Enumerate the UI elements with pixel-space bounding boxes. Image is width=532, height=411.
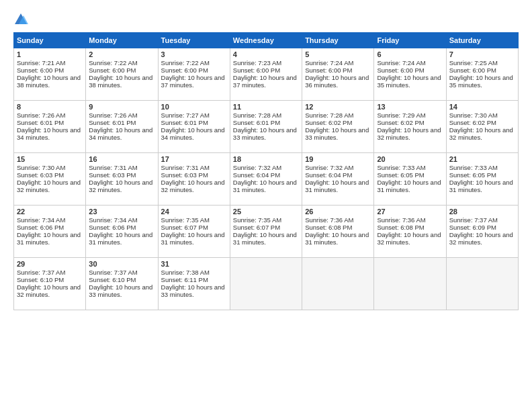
sunrise: Sunrise: 7:21 AM <box>17 59 65 66</box>
sunrise: Sunrise: 7:36 AM <box>377 216 425 224</box>
calendar-cell: 4 Sunrise: 7:23 AM Sunset: 6:00 PM Dayli… <box>230 48 302 101</box>
day-number: 7 <box>449 50 515 58</box>
sunset: Sunset: 6:10 PM <box>17 276 64 283</box>
calendar-cell: 10 Sunrise: 7:27 AM Sunset: 6:01 PM Dayl… <box>158 101 230 153</box>
sunset: Sunset: 6:04 PM <box>305 171 352 179</box>
sunrise: Sunrise: 7:27 AM <box>161 111 210 119</box>
daylight: Daylight: 10 hours and 32 minutes. <box>377 231 441 246</box>
day-number: 31 <box>161 260 227 268</box>
calendar-cell: 1 Sunrise: 7:21 AM Sunset: 6:00 PM Dayli… <box>14 48 86 101</box>
daylight: Daylight: 10 hours and 32 minutes. <box>377 126 441 141</box>
day-number: 21 <box>449 155 515 163</box>
day-number: 27 <box>377 208 443 216</box>
sunset: Sunset: 6:02 PM <box>377 119 424 126</box>
daylight: Daylight: 10 hours and 37 minutes. <box>161 74 225 89</box>
sunset: Sunset: 6:06 PM <box>17 224 64 231</box>
calendar-cell <box>374 258 446 310</box>
sunrise: Sunrise: 7:32 AM <box>233 164 281 171</box>
sunset: Sunset: 6:07 PM <box>161 224 208 231</box>
day-number: 16 <box>89 155 154 163</box>
sunrise: Sunrise: 7:36 AM <box>305 216 353 224</box>
calendar-table: Sunday Monday Tuesday Wednesday Thursday… <box>13 32 519 310</box>
day-number: 4 <box>233 50 299 58</box>
day-number: 14 <box>449 103 515 111</box>
sunrise: Sunrise: 7:35 AM <box>161 216 210 224</box>
sunset: Sunset: 6:02 PM <box>449 119 496 126</box>
calendar-cell: 5 Sunrise: 7:24 AM Sunset: 6:00 PM Dayli… <box>302 48 374 101</box>
col-friday: Friday <box>374 33 446 48</box>
daylight: Daylight: 10 hours and 31 minutes. <box>17 231 81 246</box>
daylight: Daylight: 10 hours and 31 minutes. <box>449 179 513 193</box>
day-number: 8 <box>17 103 83 111</box>
day-number: 15 <box>17 155 83 163</box>
sunset: Sunset: 6:01 PM <box>89 119 136 126</box>
sunrise: Sunrise: 7:35 AM <box>233 216 281 224</box>
sunrise: Sunrise: 7:29 AM <box>377 111 425 119</box>
day-number: 24 <box>161 208 227 216</box>
sunrise: Sunrise: 7:32 AM <box>305 164 353 171</box>
calendar-cell: 26 Sunrise: 7:36 AM Sunset: 6:08 PM Dayl… <box>302 205 374 258</box>
col-saturday: Saturday <box>446 33 518 48</box>
calendar-cell: 29 Sunrise: 7:37 AM Sunset: 6:10 PM Dayl… <box>14 258 86 310</box>
sunrise: Sunrise: 7:30 AM <box>449 111 498 119</box>
daylight: Daylight: 10 hours and 34 minutes. <box>17 126 81 141</box>
header-row: Sunday Monday Tuesday Wednesday Thursday… <box>14 33 519 48</box>
sunset: Sunset: 6:05 PM <box>377 171 424 179</box>
day-number: 9 <box>89 103 154 111</box>
day-number: 1 <box>17 50 83 58</box>
sunset: Sunset: 6:06 PM <box>89 224 136 231</box>
sunset: Sunset: 6:01 PM <box>161 119 208 126</box>
daylight: Daylight: 10 hours and 33 minutes. <box>89 283 152 298</box>
sunrise: Sunrise: 7:22 AM <box>161 59 210 66</box>
sunrise: Sunrise: 7:37 AM <box>89 269 137 276</box>
sunset: Sunset: 6:01 PM <box>233 119 280 126</box>
week-row: 15 Sunrise: 7:30 AM Sunset: 6:03 PM Dayl… <box>14 153 519 205</box>
calendar-cell: 21 Sunrise: 7:33 AM Sunset: 6:05 PM Dayl… <box>446 153 518 205</box>
calendar-cell <box>446 258 518 310</box>
logo-icon <box>13 12 28 27</box>
daylight: Daylight: 10 hours and 32 minutes. <box>449 126 513 141</box>
calendar-cell: 2 Sunrise: 7:22 AM Sunset: 6:00 PM Dayli… <box>86 48 158 101</box>
sunset: Sunset: 6:07 PM <box>233 224 280 231</box>
calendar-cell: 31 Sunrise: 7:38 AM Sunset: 6:11 PM Dayl… <box>158 258 230 310</box>
day-number: 25 <box>233 208 299 216</box>
sunset: Sunset: 6:08 PM <box>305 224 352 231</box>
sunrise: Sunrise: 7:37 AM <box>17 269 65 276</box>
sunrise: Sunrise: 7:34 AM <box>17 216 65 224</box>
header <box>13 12 519 27</box>
sunset: Sunset: 6:09 PM <box>449 224 496 231</box>
daylight: Daylight: 10 hours and 33 minutes. <box>305 126 369 141</box>
daylight: Daylight: 10 hours and 34 minutes. <box>89 126 152 141</box>
sunset: Sunset: 6:10 PM <box>89 276 136 283</box>
col-sunday: Sunday <box>14 33 86 48</box>
daylight: Daylight: 10 hours and 32 minutes. <box>449 231 513 246</box>
logo <box>13 12 31 27</box>
daylight: Daylight: 10 hours and 36 minutes. <box>305 74 369 89</box>
day-number: 22 <box>17 208 83 216</box>
calendar-cell: 8 Sunrise: 7:26 AM Sunset: 6:01 PM Dayli… <box>14 101 86 153</box>
calendar-cell: 30 Sunrise: 7:37 AM Sunset: 6:10 PM Dayl… <box>86 258 158 310</box>
sunset: Sunset: 6:03 PM <box>89 171 136 179</box>
sunrise: Sunrise: 7:24 AM <box>377 59 425 66</box>
daylight: Daylight: 10 hours and 38 minutes. <box>89 74 152 89</box>
week-row: 8 Sunrise: 7:26 AM Sunset: 6:01 PM Dayli… <box>14 101 519 153</box>
calendar-cell: 27 Sunrise: 7:36 AM Sunset: 6:08 PM Dayl… <box>374 205 446 258</box>
calendar-cell: 15 Sunrise: 7:30 AM Sunset: 6:03 PM Dayl… <box>14 153 86 205</box>
sunset: Sunset: 6:04 PM <box>233 171 280 179</box>
sunrise: Sunrise: 7:33 AM <box>377 164 425 171</box>
week-row: 22 Sunrise: 7:34 AM Sunset: 6:06 PM Dayl… <box>14 205 519 258</box>
daylight: Daylight: 10 hours and 35 minutes. <box>377 74 441 89</box>
calendar-cell: 20 Sunrise: 7:33 AM Sunset: 6:05 PM Dayl… <box>374 153 446 205</box>
sunrise: Sunrise: 7:34 AM <box>89 216 137 224</box>
calendar-cell: 19 Sunrise: 7:32 AM Sunset: 6:04 PM Dayl… <box>302 153 374 205</box>
sunrise: Sunrise: 7:28 AM <box>233 111 281 119</box>
calendar-cell: 6 Sunrise: 7:24 AM Sunset: 6:00 PM Dayli… <box>374 48 446 101</box>
sunrise: Sunrise: 7:31 AM <box>161 164 210 171</box>
calendar-cell: 3 Sunrise: 7:22 AM Sunset: 6:00 PM Dayli… <box>158 48 230 101</box>
daylight: Daylight: 10 hours and 38 minutes. <box>17 74 81 89</box>
daylight: Daylight: 10 hours and 31 minutes. <box>233 231 297 246</box>
daylight: Daylight: 10 hours and 37 minutes. <box>233 74 297 89</box>
sunrise: Sunrise: 7:23 AM <box>233 59 281 66</box>
sunset: Sunset: 6:00 PM <box>89 66 136 74</box>
sunset: Sunset: 6:08 PM <box>377 224 424 231</box>
